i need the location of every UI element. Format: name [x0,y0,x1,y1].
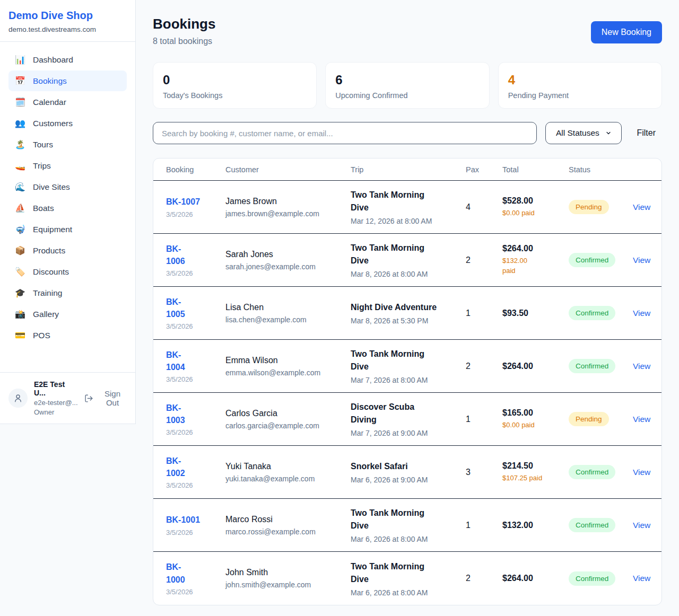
trip-datetime: Mar 8, 2026 at 8:00 AM [351,270,466,278]
sidebar-item-gallery[interactable]: 📸 Gallery [8,304,127,324]
stats-row: 0 Today's Bookings 6 Upcoming Confirmed … [153,62,662,109]
booking-id-link[interactable]: BK- 1000 [166,561,225,585]
trips-icon: 🚤 [15,161,25,171]
training-icon: 🎓 [15,288,25,298]
sidebar-item-products[interactable]: 📦 Products [8,240,127,261]
trip-name: Snorkel Safari [351,460,466,473]
column-header-status: Status [569,165,633,174]
booking-date: 3/5/2026 [166,428,225,436]
total-cell: $264.00 [502,574,569,583]
sign-out-button[interactable]: Sign Out [84,389,128,407]
table-row: BK- 1006 3/5/2026 Sarah Jones sarah.jone… [153,234,661,287]
column-header-trip: Trip [351,165,466,174]
sidebar-item-calendar[interactable]: 🗓️ Calendar [8,92,127,112]
customer-email: marco.rossi@example.com [225,527,351,536]
trip-datetime: Mar 6, 2026 at 8:00 AM [351,588,466,597]
customer-name: James Brown [225,197,351,206]
filter-button[interactable]: Filter [630,128,662,138]
status-badge: Confirmed [569,359,615,373]
status-cell: Confirmed [569,359,633,373]
user-info: E2E Test U... e2e-tester@... Owner [34,380,78,416]
view-link[interactable]: View [633,468,650,477]
status-cell: Pending [569,412,633,426]
sidebar-item-customers[interactable]: 👥 Customers [8,113,127,134]
sidebar-item-boats[interactable]: ⛵ Boats [8,198,127,218]
status-badge: Confirmed [569,465,615,479]
booking-id-link[interactable]: BK- 1006 [166,243,225,267]
customer-name: Marco Rossi [225,515,351,524]
customer-name: John Smith [225,568,351,577]
dive-sites-icon: 🌊 [15,182,25,192]
booking-id-link[interactable]: BK-1007 [166,196,225,208]
sidebar-item-trips[interactable]: 🚤 Trips [8,155,127,176]
view-link[interactable]: View [633,574,650,583]
user-name: E2E Test U... [34,380,78,397]
products-icon: 📦 [15,245,25,256]
status-select[interactable]: All Statuses [545,122,622,144]
total-cell: $264.00 [502,362,569,371]
trip-datetime: Mar 7, 2026 at 8:00 AM [351,376,466,384]
table-row: BK-1001 3/5/2026 Marco Rossi marco.rossi… [153,499,661,552]
sidebar-item-equipment[interactable]: 🤿 Equipment [8,219,127,240]
sidebar-item-discounts[interactable]: 🏷️ Discounts [8,261,127,282]
stat-card: 6 Upcoming Confirmed [325,62,489,109]
booking-id-link[interactable]: BK- 1005 [166,296,225,320]
chevron-down-icon [605,130,612,136]
nav-item-label: Tours [33,140,53,149]
status-badge: Pending [569,200,609,214]
total-amount: $214.50 [502,461,569,471]
user-email: e2e-tester@... [34,399,78,407]
customer-email: yuki.tanaka@example.com [225,474,351,483]
sidebar-item-dashboard[interactable]: 📊 Dashboard [8,49,127,70]
view-link[interactable]: View [633,521,650,530]
status-cell: Confirmed [569,465,633,479]
total-cell: $93.50 [502,309,569,318]
view-link[interactable]: View [633,309,650,318]
sidebar-item-pos[interactable]: 💳 POS [8,325,127,346]
status-select-value: All Statuses [556,128,599,138]
sign-out-icon [84,394,93,403]
sidebar-item-tours[interactable]: 🏝️ Tours [8,134,127,155]
trip-cell: Two Tank Morning Dive Mar 6, 2026 at 8:0… [351,560,466,597]
view-link[interactable]: View [633,362,650,371]
view-link[interactable]: View [633,256,650,265]
sidebar-item-bookings[interactable]: 📅 Bookings [8,71,127,91]
booking-cell: BK- 1005 3/5/2026 [166,296,225,330]
view-link[interactable]: View [633,203,650,212]
sidebar-item-training[interactable]: 🎓 Training [8,283,127,303]
nav-item-label: Trips [33,161,51,171]
customer-cell: John Smith john.smith@example.com [225,568,351,589]
trip-datetime: Mar 7, 2026 at 9:00 AM [351,429,466,437]
booking-date: 3/5/2026 [166,588,225,596]
column-header-total: Total [502,165,569,174]
sidebar-item-dive-sites[interactable]: 🌊 Dive Sites [8,177,127,197]
booking-id-link[interactable]: BK- 1003 [166,402,225,426]
nav-item-label: Boats [33,204,54,213]
customer-email: sarah.jones@example.com [225,262,351,271]
view-link[interactable]: View [633,415,650,424]
customer-name: Emma Wilson [225,356,351,365]
customer-email: james.brown@example.com [225,209,351,218]
total-cell: $214.50 $107.25 paid [502,461,569,483]
status-cell: Pending [569,200,633,214]
table-header: BookingCustomerTripPaxTotalStatus [153,159,661,181]
total-cell: $165.00 $0.00 paid [502,408,569,430]
search-input[interactable] [153,122,537,144]
booking-id-link[interactable]: BK- 1004 [166,349,225,373]
paid-amount: $0.00 paid [502,208,569,218]
booking-id-link[interactable]: BK-1001 [166,514,225,526]
table-row: BK- 1000 3/5/2026 John Smith john.smith@… [153,552,661,605]
customer-cell: Lisa Chen lisa.chen@example.com [225,303,351,324]
page-title: Bookings [153,16,215,32]
column-header-booking: Booking [166,165,225,174]
column-header-customer: Customer [225,165,351,174]
status-cell: Confirmed [569,306,633,320]
booking-id-link[interactable]: BK- 1002 [166,455,225,479]
status-badge: Confirmed [569,518,615,532]
paid-amount: $132.00 paid [502,256,569,276]
new-booking-button[interactable]: New Booking [591,21,662,43]
column-header-pax: Pax [466,165,502,174]
trip-cell: Two Tank Morning Dive Mar 8, 2026 at 8:0… [351,242,466,278]
pax-cell: 2 [466,362,502,371]
brand-domain: demo.test.divestreams.com [8,25,127,33]
